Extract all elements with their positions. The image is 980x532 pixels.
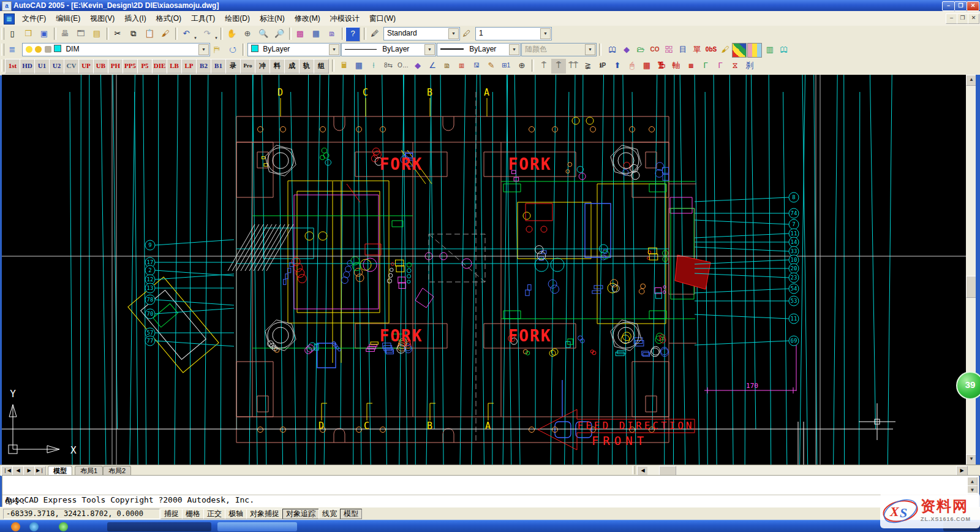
quicklaunch-icon-3[interactable] (59, 522, 68, 531)
layer-color-chip[interactable] (54, 45, 61, 52)
taskbar-app-button-1[interactable] (107, 522, 211, 531)
dim-style-edit-icon[interactable] (484, 59, 499, 74)
clamp-icon[interactable] (654, 59, 669, 74)
knockout-icon[interactable] (742, 59, 757, 74)
bracket-green-icon[interactable] (698, 59, 713, 74)
designcenter-icon[interactable] (309, 27, 323, 42)
lineweight-combo[interactable]: ByLayer ▼ (437, 43, 521, 56)
doc-minimize-button[interactable]: – (946, 13, 957, 24)
toolbar-grip[interactable] (1, 59, 4, 72)
punch-a-icon[interactable] (537, 59, 551, 74)
punch-double-icon[interactable] (566, 59, 581, 74)
layer-previous-icon[interactable] (225, 43, 240, 58)
menu-format[interactable]: 格式(O) (151, 11, 186, 26)
chevron-down-icon[interactable]: ▼ (448, 28, 459, 39)
spring-icon[interactable] (581, 59, 595, 74)
minimize-button[interactable]: – (942, 1, 955, 11)
die-button-up[interactable]: UP (78, 59, 94, 74)
die-button-chong[interactable]: 冲 (255, 59, 270, 74)
chevron-down-icon[interactable]: ▼ (540, 28, 551, 39)
make-layer-current-icon[interactable] (209, 43, 224, 58)
die-button-ub[interactable]: UB (93, 59, 108, 74)
text-style-combo[interactable]: Standard ▼ (383, 27, 460, 40)
doc-restore-button[interactable]: ❐ (957, 13, 968, 24)
die-button-liao[interactable]: 料 (270, 59, 285, 74)
toggle-osnap[interactable]: 对象捕捉 (246, 509, 283, 519)
doc-close-button[interactable]: ✕ (968, 13, 979, 24)
color-combo[interactable]: ByLayer ▼ (247, 43, 341, 56)
layer-manager-icon[interactable] (5, 43, 20, 58)
shaft-icon[interactable] (669, 59, 684, 74)
leader-icon[interactable] (396, 59, 410, 74)
save-icon[interactable] (37, 27, 51, 42)
dim-update-icon[interactable] (469, 59, 484, 74)
color-grid-icon[interactable] (747, 43, 762, 58)
menu-modify[interactable]: 修改(M) (290, 11, 325, 26)
zoom-realtime-icon[interactable] (240, 27, 255, 42)
layer-combo[interactable]: DIM ▼ (22, 43, 210, 56)
menu-view[interactable]: 视图(V) (85, 11, 119, 26)
spa-grid-icon[interactable] (684, 59, 698, 74)
dim-linear-icon[interactable] (337, 59, 352, 74)
die-button-lb[interactable]: LB (167, 59, 182, 74)
die-button-p5[interactable]: P5 (137, 59, 153, 74)
frame-tool-icon[interactable] (662, 43, 676, 58)
die-button-die[interactable]: DIE (152, 59, 167, 74)
windows-taskbar[interactable] (0, 520, 980, 532)
die-button-1st[interactable]: 1st (5, 59, 20, 74)
die-button-cheng[interactable]: 成 (284, 59, 300, 74)
toggle-lineweight[interactable]: 线宽 (318, 509, 341, 519)
tab-layout1[interactable]: 布局1 (75, 466, 103, 476)
chevron-down-icon[interactable]: ▼ (329, 44, 339, 55)
dim-style-combo[interactable]: 1 ▼ (475, 27, 552, 40)
pan-icon[interactable] (224, 27, 239, 42)
redo-icon[interactable]: ▼ (200, 27, 214, 42)
plot-preview-icon[interactable] (74, 27, 88, 42)
obs-tool-icon[interactable] (704, 43, 718, 58)
bowtie-icon[interactable] (728, 59, 742, 74)
stripper-icon[interactable] (625, 59, 639, 74)
scrollbar-splitter[interactable] (632, 466, 635, 474)
menu-edit[interactable]: 编辑(E) (51, 11, 85, 26)
paste-icon[interactable] (142, 27, 157, 42)
menu-dimension[interactable]: 标注(N) (255, 11, 290, 26)
lock-icon[interactable] (45, 46, 51, 53)
copy-icon[interactable] (126, 27, 141, 42)
title-bar[interactable]: a AutoCAD 2005 - [E:\Kevin_Design\2D DIE… (0, 0, 980, 11)
horizontal-scrollbar[interactable] (647, 466, 956, 475)
layer-states-icon[interactable] (633, 43, 648, 58)
menu-tools[interactable]: 工具(T) (186, 11, 220, 26)
co-tool-icon[interactable] (647, 43, 662, 58)
quicklaunch-icon-2[interactable] (29, 522, 39, 531)
stack-icon[interactable] (777, 43, 791, 58)
pilot-icon[interactable] (595, 59, 610, 74)
angle-icon[interactable] (425, 59, 440, 74)
dim-edit-icon[interactable] (440, 59, 454, 74)
tab-model[interactable]: 模型 (48, 466, 72, 476)
layout-list-icon[interactable] (763, 43, 777, 58)
toggle-otrack[interactable]: 对象追踪 (282, 509, 319, 519)
command-scroll-up-button[interactable] (967, 477, 978, 486)
cut-icon[interactable] (110, 27, 125, 42)
taskbar-app-button-2[interactable] (217, 522, 297, 531)
dim-quick-icon[interactable] (381, 59, 396, 74)
chevron-down-icon[interactable]: ▼ (509, 44, 519, 55)
command-prompt[interactable]: 命令: (5, 496, 26, 506)
new-icon[interactable] (5, 27, 20, 42)
die-button-b1[interactable]: B1 (211, 59, 226, 74)
notification-badge[interactable]: 39 (956, 371, 980, 400)
dim-ordinate-icon[interactable] (366, 59, 381, 74)
window-one-icon[interactable] (499, 59, 513, 74)
die-button-ph[interactable]: PH (108, 59, 123, 74)
die-button-pp5[interactable]: PP5 (123, 59, 138, 74)
single-tool-icon[interactable] (690, 43, 704, 58)
tolerance-icon[interactable] (410, 59, 425, 74)
die-button-u2[interactable]: U2 (49, 59, 64, 74)
die-button-zu[interactable]: 组 (314, 59, 329, 74)
plus-circle-icon[interactable] (514, 59, 529, 74)
find-icon[interactable] (293, 27, 307, 42)
vertical-scrollbar[interactable] (966, 75, 976, 465)
dim-table-icon[interactable] (352, 59, 366, 74)
help-icon[interactable] (345, 27, 360, 42)
die-button-hd[interactable]: HD (20, 59, 35, 74)
